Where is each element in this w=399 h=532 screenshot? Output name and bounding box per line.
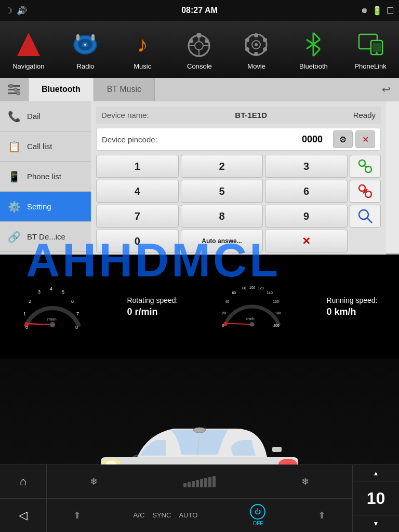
auto-answer-btn[interactable]: Auto answe... <box>181 230 263 252</box>
num-btn-8[interactable]: 8 <box>181 205 263 228</box>
svg-text:140: 140 <box>267 291 273 295</box>
nav-label-movie: Movie <box>247 62 265 70</box>
numpad: 1 2 3 4 5 6 <box>96 155 381 252</box>
num-btn-2[interactable]: 2 <box>181 155 263 178</box>
rpm-gauge: 0 1 2 3 4 5 6 7 8 r/min <box>21 283 84 330</box>
num-btn-0[interactable]: 0 <box>96 230 179 252</box>
back-button[interactable]: ↩ <box>373 79 399 100</box>
fan-bar-6 <box>204 478 207 487</box>
num-btn-5[interactable]: 5 <box>181 180 263 203</box>
nav-item-bluetooth[interactable]: Bluetooth <box>287 29 339 70</box>
temp-down-button[interactable]: ▼ <box>353 515 399 532</box>
running-speed-label: Running speed: <box>326 296 377 304</box>
back-nav-button[interactable]: ◁ <box>0 499 46 532</box>
fan-left-icon: ❄ <box>90 476 98 487</box>
nav-label-radio: Radio <box>77 62 95 70</box>
svg-text:5: 5 <box>62 289 64 295</box>
auto-label: AUTO <box>179 511 197 519</box>
sidebar-item-setting[interactable]: ⚙️ Setting <box>0 192 91 222</box>
sync-label: SYNC <box>152 511 171 519</box>
svg-rect-31 <box>373 43 381 52</box>
num-btn-7[interactable]: 7 <box>96 205 179 228</box>
moon-icon: ☽ <box>5 6 12 16</box>
music-note-icon: ♪ <box>137 32 148 57</box>
device-name-value: BT-1E1D <box>235 111 267 119</box>
num-btn-3[interactable]: 3 <box>265 155 348 178</box>
svg-text:0: 0 <box>222 324 224 327</box>
tab-row: Bluetooth BT Music ↩ <box>0 78 399 101</box>
dashboard: 0 1 2 3 4 5 6 7 8 r/min Rotating speed: … <box>0 255 399 358</box>
nav-item-radio[interactable]: Radio <box>60 29 112 70</box>
svg-point-14 <box>189 39 193 43</box>
phonelist-icon: 📱 <box>8 170 21 183</box>
bluetooth-sidebar: 📞 Dail 📋 Call list 📱 Phone list ⚙️ Setti… <box>0 101 91 255</box>
search-button[interactable] <box>350 205 381 228</box>
pincode-clear-button[interactable]: ✕ <box>355 130 375 148</box>
cancel-btn[interactable]: ✕ <box>265 230 348 252</box>
running-speed-info: Running speed: 0 km/h <box>326 296 377 317</box>
temp-up-icon: ▲ <box>373 470 379 477</box>
bottom-bar: ⌂ ◁ ❄ ❄ ⬆ <box>0 464 399 532</box>
bluetooth-icon <box>300 30 326 59</box>
svg-text:4: 4 <box>50 286 52 291</box>
svg-point-17 <box>255 43 258 46</box>
rotating-speed-label: Rotating speed: <box>127 296 178 304</box>
nav-item-console[interactable]: Console <box>174 29 225 70</box>
svg-point-37 <box>14 88 18 91</box>
svg-point-32 <box>376 52 378 54</box>
tab-bt-music[interactable]: BT Music <box>94 78 155 101</box>
temp-up-button[interactable]: ▲ <box>353 465 399 482</box>
calllist-icon: 📋 <box>8 140 21 153</box>
svg-point-18 <box>254 33 258 37</box>
rotating-speed-value: 0 r/min <box>127 307 178 317</box>
nav-item-movie[interactable]: Movie <box>231 29 283 70</box>
music-icon-area: ♪ <box>127 29 158 60</box>
fan-bar-2 <box>188 482 191 487</box>
sidebar-item-btdevice[interactable]: 🔗 BT De...ice <box>0 222 91 252</box>
power-circle-icon: ⏻ <box>250 504 265 520</box>
setting-icon: ⚙️ <box>8 201 21 213</box>
nav-item-phonelink[interactable]: PhoneLink <box>344 29 396 70</box>
ac-label: A/C <box>134 511 145 519</box>
nav-label-console: Console <box>187 62 212 70</box>
sidebar-item-phonelist[interactable]: 📱 Phone list <box>0 162 91 192</box>
fan-right-icon: ❄ <box>301 476 309 487</box>
nav-label-bluetooth: Bluetooth <box>299 62 328 70</box>
connect-button[interactable] <box>350 155 381 178</box>
pincode-settings-button[interactable]: ⚙ <box>333 130 353 148</box>
svg-point-73 <box>250 322 255 327</box>
fan-bar-1 <box>183 483 187 487</box>
power-off-button[interactable]: ⏻ OFF <box>250 504 265 526</box>
btdevice-icon: 🔗 <box>8 231 21 243</box>
fan-bar-5 <box>200 479 203 487</box>
back-icon: ◁ <box>19 509 28 522</box>
svg-point-46 <box>359 210 368 219</box>
nav-item-music[interactable]: ♪ Music <box>116 29 168 70</box>
fan-speed-bars <box>183 476 216 487</box>
movie-icon-area <box>241 29 272 60</box>
ac-bottom-row: ⬆ A/C SYNC AUTO ⏻ OFF ⬆ <box>47 499 352 533</box>
num-btn-1[interactable]: 1 <box>96 155 179 178</box>
svg-text:3: 3 <box>38 289 41 295</box>
svg-text:120: 120 <box>258 286 264 290</box>
nav-item-navigation[interactable]: Navigation <box>3 29 55 70</box>
disconnect-button[interactable] <box>350 180 381 203</box>
svg-point-58 <box>50 322 55 327</box>
svg-text:8: 8 <box>75 325 78 330</box>
rpm-gauge-svg: 0 1 2 3 4 5 6 7 8 r/min <box>21 283 84 330</box>
console-icon-area <box>184 29 215 60</box>
num-btn-6[interactable]: 6 <box>265 180 348 203</box>
tab-bluetooth[interactable]: Bluetooth <box>29 78 94 101</box>
svg-text:40: 40 <box>225 300 230 303</box>
settings-equalizer-button[interactable] <box>0 78 29 101</box>
sidebar-item-calllist[interactable]: 📋 Call list <box>0 131 91 162</box>
svg-line-47 <box>367 218 372 223</box>
fan-bar-4 <box>196 480 199 487</box>
sidebar-item-dial[interactable]: 📞 Dail <box>0 101 91 131</box>
num-btn-9[interactable]: 9 <box>265 205 348 228</box>
home-button[interactable]: ⌂ <box>0 465 46 499</box>
svg-text:80: 80 <box>243 286 247 290</box>
num-btn-4[interactable]: 4 <box>96 180 179 203</box>
bluetooth-panel: Bluetooth BT Music ↩ 📞 Dail 📋 Call list … <box>0 78 399 255</box>
svg-text:2: 2 <box>29 299 31 304</box>
